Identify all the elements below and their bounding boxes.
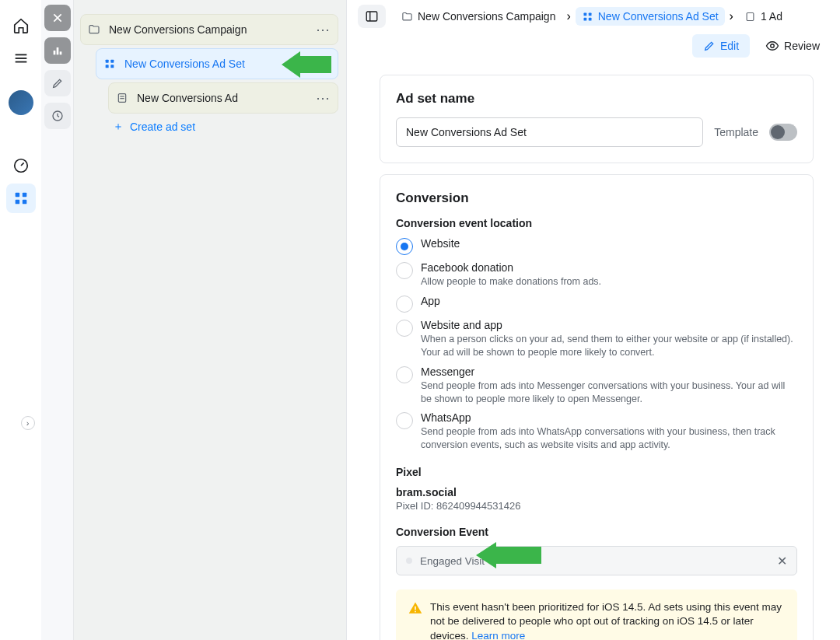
editor-pane: New Conversions Campaign › New Conversio… [346, 0, 840, 640]
grid-icon [582, 11, 593, 23]
edit-tool-button[interactable] [44, 70, 71, 96]
conversion-event-location-header: Conversion event location [396, 217, 797, 229]
hamburger-icon [12, 50, 30, 67]
radio-option[interactable]: WhatsAppSend people from ads into WhatsA… [396, 411, 797, 452]
conversion-event-header: Conversion Event [396, 526, 797, 538]
edit-label: Edit [720, 40, 739, 52]
radio-option[interactable]: Website and appWhen a person clicks on y… [396, 319, 797, 359]
radio-title: Messenger [421, 365, 797, 378]
radio-title: Website [421, 237, 797, 250]
folder-icon [87, 23, 101, 37]
svg-rect-16 [106, 65, 109, 68]
panel-toggle-button[interactable] [358, 5, 386, 28]
adset-name-input[interactable] [396, 117, 703, 147]
svg-rect-4 [15, 193, 19, 198]
content-scroll[interactable]: Ad set name Template Conversion Conversi… [358, 64, 832, 640]
chevron-right-icon: › [566, 9, 570, 23]
history-tool-button[interactable] [44, 103, 71, 129]
tree-row-adset[interactable]: New Conversions Ad Set [96, 48, 338, 79]
review-button[interactable]: Review [754, 34, 831, 58]
radio-title: WhatsApp [421, 411, 797, 424]
learn-more-link[interactable]: Learn more [471, 630, 525, 640]
hamburger-button[interactable] [6, 44, 36, 73]
svg-rect-25 [583, 17, 586, 20]
tree-row-label: New Conversions Ad Set [124, 58, 314, 70]
crumb-adset[interactable]: New Conversions Ad Set [576, 7, 725, 26]
pixel-name: bram.social [396, 486, 797, 498]
template-label: Template [714, 126, 758, 138]
crumb-adset-label: New Conversions Ad Set [598, 10, 719, 23]
clock-icon [51, 110, 64, 122]
radio-option[interactable]: App [396, 295, 797, 313]
panel-icon [365, 9, 379, 23]
note-icon [744, 11, 756, 23]
radio-button[interactable] [396, 296, 413, 313]
plus-icon: ＋ [113, 120, 124, 134]
create-adset-label: Create ad set [130, 121, 195, 133]
radio-button[interactable] [396, 366, 413, 383]
create-adset-button[interactable]: ＋ Create ad set [113, 120, 338, 134]
svg-rect-11 [56, 47, 58, 54]
chevron-right-icon: › [730, 9, 733, 23]
radio-option[interactable]: Website [396, 237, 797, 255]
home-icon [12, 17, 30, 34]
clear-icon[interactable]: ✕ [777, 554, 787, 568]
warning-icon [408, 601, 422, 615]
tool-rail [41, 0, 74, 640]
radio-option[interactable]: MessengerSend people from ads into Messe… [396, 365, 797, 406]
svg-rect-12 [59, 51, 61, 54]
svg-rect-5 [22, 193, 26, 198]
svg-rect-18 [118, 94, 125, 103]
grid-icon [103, 57, 117, 71]
svg-rect-14 [106, 60, 109, 63]
adset-name-title: Ad set name [396, 91, 797, 107]
crumb-ad[interactable]: 1 Ad [738, 7, 789, 26]
edit-button[interactable]: Edit [692, 34, 750, 58]
pencil-icon [51, 77, 64, 89]
top-actions: Edit Review [358, 31, 832, 64]
eye-icon [765, 39, 779, 53]
pencil-icon [703, 40, 716, 52]
grid-icon [12, 190, 30, 207]
folder-icon [401, 11, 413, 23]
crumb-campaign[interactable]: New Conversions Campaign [395, 7, 562, 26]
radio-option[interactable]: Facebook donationAllow people to make do… [396, 261, 797, 289]
radio-description: Send people from ads into WhatsApp conve… [421, 425, 797, 452]
svg-rect-6 [15, 200, 19, 205]
tree-row-label: New Conversions Campaign [109, 23, 316, 36]
home-button[interactable] [6, 11, 36, 40]
template-toggle[interactable] [769, 124, 797, 141]
breadcrumb: New Conversions Campaign › New Conversio… [358, 5, 832, 31]
left-icon-rail: › [0, 0, 41, 640]
svg-rect-30 [415, 611, 416, 613]
svg-rect-26 [589, 17, 592, 20]
svg-rect-17 [110, 65, 114, 68]
dashboard-button[interactable] [6, 151, 36, 180]
radio-button[interactable] [396, 262, 413, 279]
tree-row-ad[interactable]: New Conversions Ad ⋯ [108, 82, 338, 114]
radio-description: When a person clicks on your ad, send th… [421, 333, 797, 359]
structure-tree: New Conversions Campaign ⋯ New Conversio… [74, 0, 346, 640]
svg-rect-24 [589, 12, 592, 16]
conversion-event-select[interactable]: Engaged Visit ✕ [396, 546, 797, 575]
svg-point-28 [771, 44, 775, 48]
more-icon[interactable]: ⋯ [316, 21, 331, 38]
close-panel-button[interactable] [44, 5, 71, 31]
crumb-campaign-label: New Conversions Campaign [418, 10, 555, 23]
chart-tool-button[interactable] [44, 37, 71, 64]
apps-button[interactable] [6, 184, 36, 213]
status-dot-icon [406, 558, 412, 564]
tree-row-campaign[interactable]: New Conversions Campaign ⋯ [80, 14, 338, 45]
svg-rect-10 [53, 51, 55, 54]
tree-row-label: New Conversions Ad [137, 92, 316, 104]
crumb-ad-label: 1 Ad [761, 10, 782, 23]
more-icon[interactable]: ⋯ [316, 89, 331, 107]
svg-rect-21 [366, 12, 377, 21]
expand-sidebar-handle[interactable]: › [21, 416, 35, 430]
pixel-header: Pixel [396, 466, 797, 478]
radio-button[interactable] [396, 238, 413, 255]
radio-button[interactable] [396, 412, 413, 429]
rename-icon[interactable] [317, 57, 331, 71]
radio-button[interactable] [396, 320, 413, 337]
avatar[interactable] [9, 90, 33, 115]
